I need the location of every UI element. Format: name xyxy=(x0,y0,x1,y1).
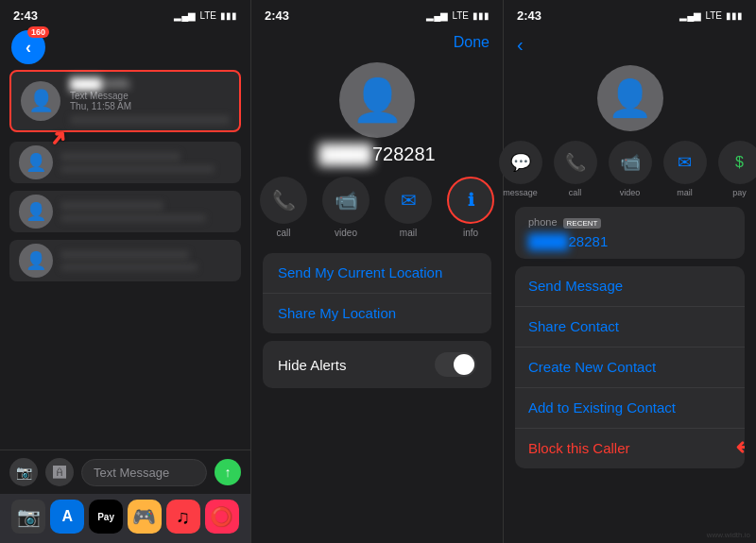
pay-action-btn[interactable]: $ pay xyxy=(718,141,757,197)
add-existing-option: Add to Existing Contact xyxy=(528,399,676,416)
message-icon: 💬 xyxy=(510,152,531,173)
create-contact-option: Create New Contact xyxy=(528,359,656,375)
mail-action-btn-3[interactable]: ✉ mail xyxy=(663,141,707,197)
panel-messages-list: 2:43 ▂▄▆ LTE ▮▮▮ ‹ 160 👤 ████ 8281 Text … xyxy=(0,0,251,543)
dock-camera[interactable]: 📷 xyxy=(11,500,45,534)
person-icon-3: 👤 xyxy=(26,201,46,222)
phone-section: phone RECENT ████28281 xyxy=(515,207,745,259)
arrow-indicator-3: ➜ xyxy=(735,434,745,461)
contact-number-2: ████728281 xyxy=(251,144,503,165)
msg-preview-1 xyxy=(70,115,230,125)
contact-meta-1: Text Message Thu, 11:58 AM xyxy=(70,91,230,111)
share-location-row[interactable]: Share My Location xyxy=(263,294,491,333)
call-label-3: call xyxy=(569,188,582,197)
send-message-row[interactable]: Send Message xyxy=(515,266,745,307)
time-2: 2:43 xyxy=(265,8,289,23)
video-action-btn-3[interactable]: 📹 video xyxy=(609,141,652,197)
person-icon-2: 👤 xyxy=(26,152,46,173)
battery-icon-3: ▮▮▮ xyxy=(726,10,743,21)
call-action-btn[interactable]: 📞 call xyxy=(260,177,307,238)
list-item-3[interactable]: 👤 xyxy=(9,191,241,232)
phone-number-visible: 28281 xyxy=(569,233,609,249)
hide-alerts-toggle[interactable] xyxy=(435,352,476,377)
blur-preview-3 xyxy=(60,214,206,222)
mail-icon: ✉ xyxy=(401,189,417,212)
call-icon-3: 📞 xyxy=(565,152,586,173)
call-circle-3: 📞 xyxy=(554,141,597,184)
list-item-content-2 xyxy=(60,152,232,173)
contact-info-1: ████ 8281 Text Message Thu, 11:58 AM xyxy=(70,77,230,125)
block-caller-option: Block this Caller xyxy=(528,440,630,456)
contact-avatar-3: 👤 xyxy=(597,65,663,131)
share-contact-row[interactable]: Share Contact xyxy=(515,307,745,348)
number-visible-2: 728281 xyxy=(372,144,436,164)
blur-name-3 xyxy=(60,201,163,211)
p1-header: ‹ 160 xyxy=(0,26,250,70)
avatar-2: 👤 xyxy=(19,145,53,179)
call-action-btn-3[interactable]: 📞 call xyxy=(554,141,597,197)
message-action-btn[interactable]: 💬 message xyxy=(499,141,542,197)
mail-label: mail xyxy=(400,228,417,238)
recent-badge: RECENT xyxy=(563,218,602,229)
person-icon-4: 👤 xyxy=(26,250,46,271)
battery-icon-1: ▮▮▮ xyxy=(220,10,237,21)
avatar-3: 👤 xyxy=(19,195,53,229)
text-input-label: Text Message xyxy=(94,466,169,480)
mail-action-btn[interactable]: ✉ mail xyxy=(385,177,432,238)
pay-label: pay xyxy=(732,188,747,197)
dock-music[interactable]: ♫ xyxy=(166,500,200,534)
time-3: 2:43 xyxy=(517,8,541,23)
list-item-2[interactable]: 👤 xyxy=(9,142,241,183)
video-circle-3: 📹 xyxy=(609,141,652,184)
dock-applepay[interactable]: Pay xyxy=(89,500,123,534)
blur-preview-4 xyxy=(60,263,198,271)
block-caller-row[interactable]: Block this Caller ➜ xyxy=(515,429,745,468)
list-item-4[interactable]: 👤 xyxy=(9,240,241,281)
person-icon-1: 👤 xyxy=(28,89,54,113)
avatar-4: 👤 xyxy=(19,244,53,278)
send-location-row[interactable]: Send My Current Location xyxy=(263,253,491,294)
dock-bar: 📷 A Pay 🎮 ♫ ⭕ xyxy=(0,494,250,543)
send-location-label: Send My Current Location xyxy=(278,264,442,280)
list-item-content-4 xyxy=(60,250,232,271)
signal-icon-1: ▂▄▆ xyxy=(174,10,196,21)
hide-alerts-row: Hide Alerts xyxy=(263,341,491,388)
person-icon-large: 👤 xyxy=(352,76,404,125)
mail-action-circle: ✉ xyxy=(385,177,432,224)
video-action-btn[interactable]: 📹 video xyxy=(322,177,369,238)
panel-contact-options: 2:43 ▂▄▆ LTE ▮▮▮ ‹ 👤 💬 message 📞 call 📹 xyxy=(504,0,756,543)
create-contact-row[interactable]: Create New Contact xyxy=(515,348,745,388)
contact-avatar-2: 👤 xyxy=(339,62,415,138)
dock-other[interactable]: ⭕ xyxy=(205,500,239,534)
done-button[interactable]: Done xyxy=(454,34,490,51)
info-action-btn[interactable]: ℹ info ➜ xyxy=(447,177,494,238)
dock-game[interactable]: 🎮 xyxy=(128,500,162,534)
signal-icon-2: ▂▄▆ xyxy=(426,10,448,21)
highlighted-contact[interactable]: 👤 ████ 8281 Text Message Thu, 11:58 AM ➜ xyxy=(9,70,241,132)
watermark: www.width.io xyxy=(707,531,750,539)
send-message-option: Send Message xyxy=(528,278,623,294)
camera-button[interactable]: 📷 xyxy=(9,458,38,486)
send-button[interactable]: ↑ xyxy=(215,459,241,485)
message-label: message xyxy=(503,188,538,197)
network-icon-1: LTE xyxy=(199,10,216,21)
back-button-1[interactable]: ‹ 160 xyxy=(11,30,45,64)
text-message-input[interactable]: Text Message xyxy=(81,459,207,486)
status-bar-1: 2:43 ▂▄▆ LTE ▮▮▮ xyxy=(0,0,250,26)
label-text-message: Text Message xyxy=(70,91,129,101)
phone-number: ████28281 xyxy=(528,233,731,249)
video-action-circle: 📹 xyxy=(322,177,369,224)
blur-name-2 xyxy=(60,152,180,161)
dock-appstore[interactable]: A xyxy=(50,500,84,534)
pay-icon: $ xyxy=(735,154,744,171)
contact-avatar-1: 👤 xyxy=(21,81,60,121)
p2-header: Done xyxy=(251,26,503,55)
apps-button[interactable]: 🅰 xyxy=(45,458,74,486)
back-button-3[interactable]: ‹ xyxy=(517,34,524,56)
action-row-2: 📞 call 📹 video ✉ mail ℹ info ➜ xyxy=(251,177,503,253)
video-icon: 📹 xyxy=(335,189,358,212)
add-existing-row[interactable]: Add to Existing Contact xyxy=(515,388,745,429)
call-label: call xyxy=(276,228,290,238)
status-icons-3: ▂▄▆ LTE ▮▮▮ xyxy=(679,10,743,21)
signal-icon-3: ▂▄▆ xyxy=(679,10,701,21)
